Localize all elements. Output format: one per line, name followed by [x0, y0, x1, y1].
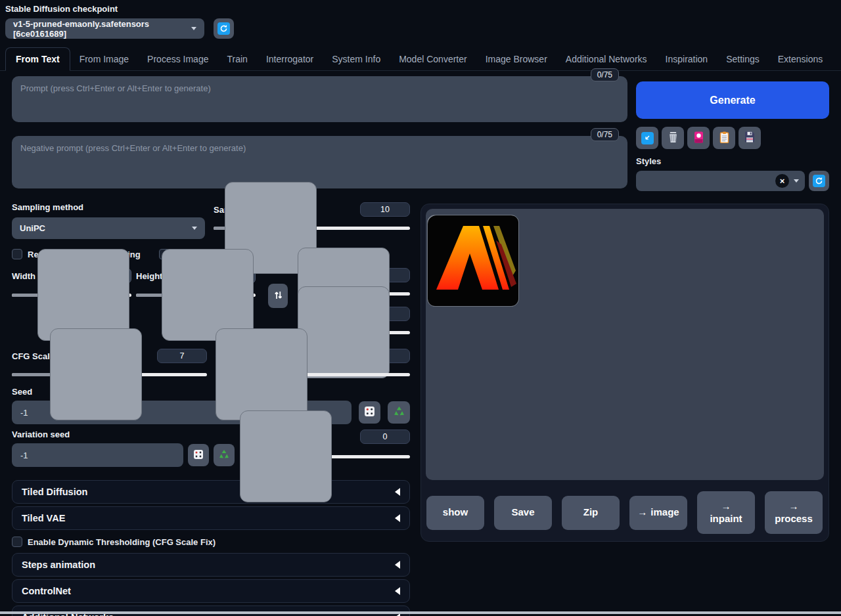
reuse-seed-button[interactable]	[388, 401, 410, 424]
apply-style-button[interactable]	[713, 127, 735, 149]
tab-additional-networks[interactable]: Additional Networks	[557, 48, 656, 70]
clipboard-icon	[719, 131, 729, 145]
styles-label: Styles	[636, 156, 829, 166]
save-button[interactable]: Save	[494, 496, 552, 530]
checkpoint-select[interactable]: v1-5-pruned-emaonly.safetensors [6ce0161…	[5, 18, 204, 39]
tab-inspiration[interactable]: Inspiration	[656, 48, 717, 70]
sampling-steps-value[interactable]: 10	[360, 202, 410, 217]
slider-thumb[interactable]	[50, 328, 142, 420]
right-arrow-icon: →	[789, 500, 799, 513]
send-to-inpaint-button[interactable]: → inpaint	[697, 491, 755, 534]
sampling-method-select[interactable]: UniPC	[12, 217, 205, 239]
cfg-scale-value[interactable]: 7	[157, 349, 207, 363]
right-arrow-icon: →	[721, 500, 731, 513]
recycle-icon	[219, 449, 229, 462]
negative-prompt-input[interactable]	[12, 136, 627, 188]
tab-extensions[interactable]: Extensions	[769, 48, 832, 70]
reuse-variation-seed-button[interactable]	[214, 444, 235, 466]
generate-button[interactable]: Generate	[636, 81, 829, 119]
checkpoint-value: v1-5-pruned-emaonly.safetensors [6ce0161…	[13, 19, 191, 39]
variation-seed-label: Variation seed	[12, 429, 235, 439]
tab-settings[interactable]: Settings	[717, 48, 769, 70]
chevron-left-icon	[395, 488, 400, 496]
random-variation-seed-button[interactable]	[188, 444, 209, 466]
recycle-icon	[394, 406, 405, 419]
tab-from-text[interactable]: From Text	[5, 47, 70, 71]
batch-size-slider[interactable]	[298, 328, 410, 337]
down-left-arrow-icon	[641, 132, 654, 144]
tab-train[interactable]: Train	[217, 48, 256, 70]
styles-refresh-button[interactable]	[809, 171, 829, 191]
chevron-left-icon	[395, 561, 400, 569]
dice-icon	[364, 406, 375, 419]
slider-thumb[interactable]	[298, 286, 390, 378]
variation-seed-input[interactable]	[12, 443, 183, 467]
gallery-view	[426, 209, 824, 480]
checkbox-box[interactable]	[12, 249, 22, 259]
refresh-icon	[813, 175, 825, 187]
tab-bar: From Text From Image Process Image Train…	[0, 47, 841, 71]
sampling-steps-slider[interactable]	[214, 223, 410, 232]
height-slider[interactable]	[136, 290, 256, 299]
slider-thumb[interactable]	[216, 328, 307, 420]
width-label: Width	[12, 271, 35, 281]
accordion-tiled-diffusion[interactable]: Tiled Diffusion	[12, 480, 410, 504]
tab-interrogator[interactable]: Interrogator	[257, 48, 323, 70]
zip-button[interactable]: Zip	[562, 496, 620, 530]
cfg-scale-label: CFG Scale	[12, 351, 55, 361]
tab-process-image[interactable]: Process Image	[138, 48, 217, 70]
trashcan-icon	[668, 131, 679, 145]
show-button[interactable]: show	[426, 496, 484, 530]
refresh-icon	[217, 22, 230, 35]
tab-model-converter[interactable]: Model Converter	[390, 48, 476, 70]
negative-token-counter: 0/75	[591, 128, 619, 141]
up-down-arrows-icon	[274, 290, 283, 302]
chevron-left-icon	[395, 514, 400, 522]
output-panel: show Save Zip → image → inpaint	[420, 204, 829, 542]
send-to-process-button[interactable]: → process	[765, 491, 823, 534]
chevron-down-icon	[794, 179, 799, 183]
chevron-left-icon	[395, 587, 400, 595]
strength-slider[interactable]	[242, 452, 410, 461]
accordion-additional-networks[interactable]: Additional Networks	[12, 605, 410, 616]
checkpoint-label: Stable Diffusion checkpoint	[5, 4, 836, 14]
accordion-steps-animation[interactable]: Steps animation	[12, 553, 410, 577]
slider-thumb[interactable]	[162, 249, 254, 341]
width-slider[interactable]	[12, 290, 131, 299]
save-style-button[interactable]	[739, 127, 761, 149]
random-seed-button[interactable]	[359, 401, 381, 424]
right-arrow-icon: →	[637, 506, 647, 519]
dice-icon	[193, 449, 204, 462]
prompt-input[interactable]	[12, 76, 627, 122]
strength-value[interactable]: 0	[360, 429, 410, 444]
slider-thumb[interactable]	[37, 249, 129, 341]
slider-thumb[interactable]	[240, 410, 332, 502]
height-label: Height	[136, 271, 162, 281]
chevron-down-icon	[191, 27, 196, 30]
cfg-scale-slider[interactable]	[12, 370, 207, 379]
paste-params-button[interactable]	[636, 127, 658, 149]
sampling-method-value: UniPC	[20, 223, 45, 233]
pink-card-icon	[694, 131, 704, 145]
send-to-image-button[interactable]: → image	[629, 496, 687, 530]
checkbox-box[interactable]	[12, 537, 22, 547]
sampling-method-label: Sampling method	[12, 202, 205, 212]
prompt-token-counter: 0/75	[591, 68, 619, 81]
extra-networks-button[interactable]	[687, 127, 710, 149]
tab-from-image[interactable]: From Image	[70, 48, 138, 70]
clip-skip-slider[interactable]	[216, 370, 410, 379]
tab-system-info[interactable]: System Info	[323, 48, 390, 70]
accordion-controlnet[interactable]: ControlNet	[12, 579, 410, 603]
swap-dimensions-button[interactable]	[268, 284, 288, 308]
chevron-down-icon	[192, 227, 197, 230]
top-bar: Stable Diffusion checkpoint v1-5-pruned-…	[0, 0, 841, 39]
output-thumbnail[interactable]	[427, 215, 519, 307]
checkpoint-refresh-button[interactable]	[214, 18, 234, 39]
tab-image-browser[interactable]: Image Browser	[476, 48, 557, 70]
clear-prompt-button[interactable]	[662, 127, 684, 149]
footer-divider	[0, 611, 841, 614]
dynamic-thresholding-checkbox[interactable]: Enable Dynamic Thresholding (CFG Scale F…	[12, 537, 410, 547]
accordion-tiled-vae[interactable]: Tiled VAE	[12, 506, 410, 530]
styles-select[interactable]: ×	[636, 171, 805, 191]
clear-styles-icon[interactable]: ×	[775, 174, 789, 188]
